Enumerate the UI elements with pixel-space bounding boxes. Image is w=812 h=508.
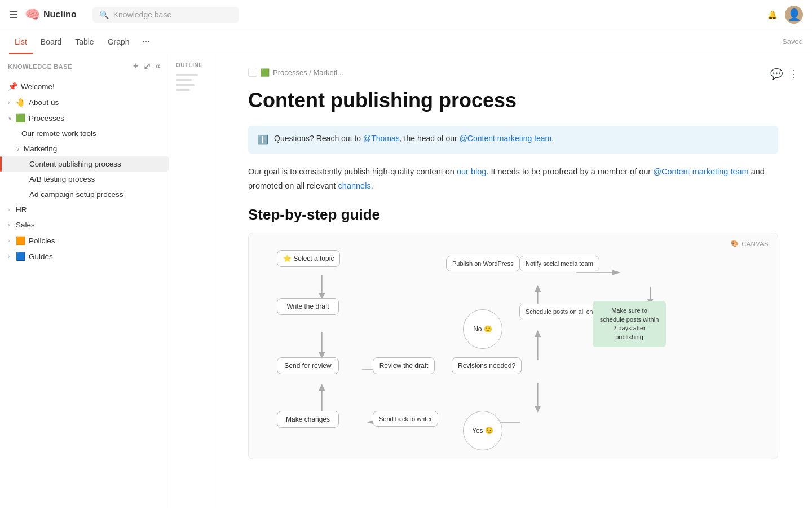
node-notify-social: Notify social media team	[519, 256, 599, 271]
flow-area: ⭐ Select a topic Write the draft Send fo…	[260, 244, 766, 448]
section-title: Step-by-step guide	[248, 206, 778, 224]
sidebar-item-content-publishing[interactable]: Content publishing process	[0, 156, 169, 172]
more-options-button[interactable]: ⋮	[788, 68, 798, 80]
sidebar-add-button[interactable]: +	[133, 61, 139, 72]
sidebar-item-label: Processes	[29, 114, 153, 122]
logo: 🧠 Nuclino	[25, 7, 77, 22]
sidebar-expand-button[interactable]: ⤢	[143, 61, 151, 72]
chevron-right-icon: ›	[8, 238, 14, 244]
processes-icon: 🟩	[16, 113, 25, 122]
main-layout: KNOWLEDGE BASE + ⤢ « 📌 Welcome! › 🤚 Abou…	[0, 54, 812, 508]
doc-paragraph: Our goal is to consistently publish high…	[248, 165, 778, 192]
avatar[interactable]: 👤	[785, 6, 803, 24]
content-team-link-2[interactable]: @Content marketing team	[653, 167, 748, 176]
doc-top-actions: 💬 ⋮	[770, 68, 798, 80]
sidebar-item-label: Guides	[29, 252, 153, 261]
sidebar-item-sales[interactable]: › Sales	[0, 217, 169, 233]
sidebar-item-policies[interactable]: › 🟧 Policies	[0, 233, 169, 248]
bell-icon[interactable]: 🔔	[767, 10, 777, 19]
nav-tabs: List Board Table Graph ⋯ Saved	[0, 29, 812, 54]
outline-lines	[176, 74, 207, 91]
sidebar-item-label: Sales	[16, 221, 153, 229]
sidebar-item-label: About us	[29, 98, 153, 107]
sidebar-item-about-us[interactable]: › 🤚 About us	[0, 94, 169, 110]
topbar-left: ☰ 🧠 Nuclino 🔍 Knowledge base	[9, 7, 239, 23]
search-placeholder: Knowledge base	[113, 10, 172, 19]
main-content: 💬 ⋮ 🟩 Processes / Marketi... Content pub…	[214, 54, 812, 508]
chevron-down-icon: ∨	[16, 146, 21, 152]
node-make-changes: Make changes	[277, 411, 339, 428]
outline-label: OUTLINE	[176, 62, 207, 68]
node-revisions-needed: Revisions needed?	[452, 357, 522, 374]
tab-list[interactable]: List	[9, 29, 33, 54]
node-schedule-note: Make sure to schedule posts within 2 day…	[593, 301, 666, 347]
info-box-text: Questions? Reach out to @Thomas, the hea…	[274, 133, 554, 144]
chevron-right-icon: ›	[8, 222, 14, 228]
node-send-review: Send for review	[277, 357, 339, 374]
our-blog-link[interactable]: our blog	[457, 167, 486, 176]
comment-button[interactable]: 💬	[770, 68, 783, 80]
sidebar-header-actions: + ⤢ «	[133, 61, 161, 72]
saved-status: Saved	[782, 37, 803, 46]
breadcrumb: 🟩 Processes / Marketi...	[248, 68, 778, 77]
sidebar-collapse-button[interactable]: «	[156, 61, 161, 72]
info-box: ℹ️ Questions? Reach out to @Thomas, the …	[248, 126, 778, 154]
sidebar-item-label: Content publishing process	[29, 160, 161, 168]
app-name: Nuclino	[43, 10, 77, 20]
outline-line	[176, 79, 192, 81]
chevron-right-icon: ›	[8, 99, 14, 106]
sidebar-item-label: Our remote work tools	[21, 129, 161, 138]
node-yes: Yes 😟	[463, 411, 502, 450]
chevron-right-icon: ›	[8, 207, 14, 213]
sidebar-item-label: Marketing	[24, 144, 153, 153]
tab-board[interactable]: Board	[35, 29, 67, 54]
breadcrumb-icon: 🟩	[261, 68, 270, 77]
chevron-down-icon: ∨	[8, 115, 14, 121]
tab-graph[interactable]: Graph	[102, 29, 135, 54]
chevron-right-icon: ›	[8, 253, 14, 260]
sidebar-item-ad-campaign[interactable]: Ad campaign setup process	[0, 187, 169, 202]
sidebar-item-remote-work[interactable]: Our remote work tools	[0, 126, 169, 141]
thomas-link[interactable]: @Thomas	[363, 134, 400, 143]
outline-panel: OUTLINE	[169, 54, 214, 508]
search-bar[interactable]: 🔍 Knowledge base	[92, 7, 239, 23]
node-select-topic: ⭐ Select a topic	[277, 250, 340, 267]
sidebar-item-label: Ad campaign setup process	[29, 190, 161, 199]
info-icon: ℹ️	[257, 133, 268, 147]
page-title: Content publishing process	[248, 88, 778, 112]
sidebar-item-label: HR	[16, 205, 153, 214]
sidebar-item-label: A/B testing process	[29, 175, 161, 183]
tab-more-button[interactable]: ⋯	[138, 37, 155, 46]
node-review-draft: Review the draft	[373, 357, 435, 374]
flowchart-container: 🎨 CANVAS	[248, 233, 778, 459]
sidebar: KNOWLEDGE BASE + ⤢ « 📌 Welcome! › 🤚 Abou…	[0, 54, 169, 508]
policies-icon: 🟧	[16, 236, 25, 245]
breadcrumb-path: Processes / Marketi...	[273, 68, 343, 77]
sidebar-item-marketing[interactable]: ∨ Marketing	[0, 141, 169, 156]
tab-table[interactable]: Table	[69, 29, 99, 54]
sidebar-item-hr[interactable]: › HR	[0, 202, 169, 217]
node-send-back: Send back to writer	[373, 411, 438, 427]
topbar-right: 🔔 👤	[767, 6, 803, 24]
breadcrumb-checkbox[interactable]	[248, 68, 257, 77]
content-area: OUTLINE 💬 ⋮ 🟩 Processes / Marketi...	[169, 54, 812, 508]
sidebar-item-label: Policies	[29, 237, 153, 245]
node-no: No 🙂	[463, 309, 502, 349]
outline-line	[176, 74, 198, 76]
channels-link[interactable]: channels	[338, 181, 371, 190]
sidebar-item-welcome[interactable]: 📌 Welcome!	[0, 78, 169, 94]
sidebar-item-processes[interactable]: ∨ 🟩 Processes	[0, 110, 169, 126]
node-write-draft: Write the draft	[277, 298, 339, 315]
search-icon: 🔍	[99, 10, 109, 19]
menu-icon[interactable]: ☰	[9, 8, 18, 21]
content-marketing-team-link[interactable]: @Content marketing team	[460, 134, 552, 143]
node-publish-wordpress: Publish on WordPress	[446, 256, 520, 271]
about-us-icon: 🤚	[16, 98, 25, 107]
sidebar-item-guides[interactable]: › 🟦 Guides	[0, 248, 169, 264]
logo-icon: 🧠	[25, 7, 40, 22]
guides-icon: 🟦	[16, 252, 25, 261]
sidebar-item-label: Welcome!	[21, 82, 161, 91]
outline-line	[176, 84, 195, 86]
sidebar-header: KNOWLEDGE BASE + ⤢ «	[0, 54, 169, 78]
sidebar-item-ab-testing[interactable]: A/B testing process	[0, 172, 169, 187]
